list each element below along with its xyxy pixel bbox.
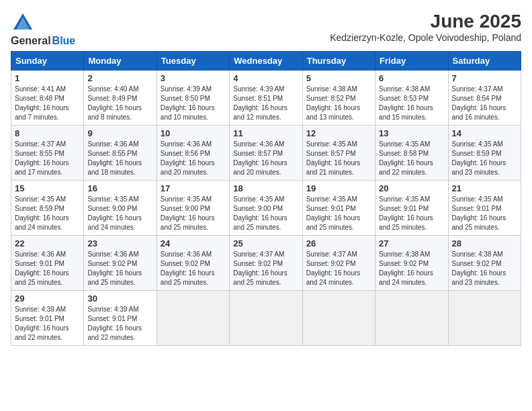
day-number: 28 — [452, 238, 517, 248]
day-info: Sunrise: 4:35 AM Sunset: 9:00 PM Dayligh… — [161, 195, 226, 232]
calendar-week-row: 1Sunrise: 4:41 AM Sunset: 8:48 PM Daylig… — [11, 71, 521, 126]
day-number: 6 — [379, 73, 444, 83]
day-info: Sunrise: 4:37 AM Sunset: 8:54 PM Dayligh… — [452, 85, 517, 122]
calendar-cell: 7Sunrise: 4:37 AM Sunset: 8:54 PM Daylig… — [448, 71, 521, 126]
day-info: Sunrise: 4:35 AM Sunset: 9:00 PM Dayligh… — [87, 195, 152, 232]
day-number: 2 — [87, 73, 152, 83]
calendar-cell: 17Sunrise: 4:35 AM Sunset: 9:00 PM Dayli… — [157, 181, 229, 236]
day-number: 27 — [379, 238, 444, 248]
day-number: 15 — [15, 183, 80, 193]
day-number: 26 — [306, 238, 371, 248]
day-number: 14 — [452, 128, 517, 138]
calendar-cell: 3Sunrise: 4:39 AM Sunset: 8:50 PM Daylig… — [157, 71, 229, 126]
calendar-cell: 8Sunrise: 4:37 AM Sunset: 8:55 PM Daylig… — [11, 126, 84, 181]
day-number: 10 — [161, 128, 226, 138]
day-number: 21 — [452, 183, 517, 193]
day-info: Sunrise: 4:38 AM Sunset: 8:53 PM Dayligh… — [379, 85, 444, 122]
calendar-cell: 5Sunrise: 4:38 AM Sunset: 8:52 PM Daylig… — [302, 71, 375, 126]
day-info: Sunrise: 4:37 AM Sunset: 9:02 PM Dayligh… — [233, 250, 298, 287]
day-number: 16 — [87, 183, 152, 193]
calendar-cell: 22Sunrise: 4:36 AM Sunset: 9:01 PM Dayli… — [11, 236, 84, 291]
day-number: 24 — [161, 238, 226, 248]
day-number: 5 — [306, 73, 371, 83]
day-info: Sunrise: 4:39 AM Sunset: 9:01 PM Dayligh… — [87, 305, 152, 342]
calendar-cell: 26Sunrise: 4:37 AM Sunset: 9:02 PM Dayli… — [302, 236, 375, 291]
day-info: Sunrise: 4:38 AM Sunset: 9:02 PM Dayligh… — [379, 250, 444, 287]
day-number: 23 — [87, 238, 152, 248]
calendar-cell — [375, 291, 448, 346]
calendar-cell: 25Sunrise: 4:37 AM Sunset: 9:02 PM Dayli… — [230, 236, 302, 291]
day-number: 4 — [233, 73, 298, 83]
calendar-header-tuesday: Tuesday — [157, 52, 229, 71]
calendar-cell: 19Sunrise: 4:35 AM Sunset: 9:01 PM Dayli… — [302, 181, 375, 236]
logo: General Blue — [11, 11, 75, 47]
day-info: Sunrise: 4:36 AM Sunset: 9:02 PM Dayligh… — [87, 250, 152, 287]
calendar-cell: 11Sunrise: 4:36 AM Sunset: 8:57 PM Dayli… — [230, 126, 302, 181]
day-number: 3 — [161, 73, 226, 83]
day-info: Sunrise: 4:35 AM Sunset: 9:00 PM Dayligh… — [233, 195, 298, 232]
day-number: 29 — [15, 293, 80, 304]
calendar-cell: 15Sunrise: 4:35 AM Sunset: 8:59 PM Dayli… — [11, 181, 84, 236]
day-number: 20 — [379, 183, 444, 193]
header: General Blue June 2025 Kedzierzyn-Kozle,… — [11, 11, 521, 47]
calendar-cell: 12Sunrise: 4:35 AM Sunset: 8:57 PM Dayli… — [302, 126, 375, 181]
calendar-header-wednesday: Wednesday — [230, 52, 302, 71]
calendar-cell — [302, 291, 375, 346]
day-info: Sunrise: 4:35 AM Sunset: 9:01 PM Dayligh… — [452, 195, 517, 232]
calendar-cell: 1Sunrise: 4:41 AM Sunset: 8:48 PM Daylig… — [11, 71, 84, 126]
title-area: June 2025 Kedzierzyn-Kozle, Opole Voivod… — [330, 11, 521, 43]
day-number: 8 — [15, 128, 80, 138]
calendar-cell: 23Sunrise: 4:36 AM Sunset: 9:02 PM Dayli… — [84, 236, 157, 291]
calendar-cell: 13Sunrise: 4:35 AM Sunset: 8:58 PM Dayli… — [375, 126, 448, 181]
calendar-cell: 24Sunrise: 4:36 AM Sunset: 9:02 PM Dayli… — [157, 236, 229, 291]
calendar-cell: 16Sunrise: 4:35 AM Sunset: 9:00 PM Dayli… — [84, 181, 157, 236]
calendar-cell: 21Sunrise: 4:35 AM Sunset: 9:01 PM Dayli… — [448, 181, 521, 236]
calendar-header-saturday: Saturday — [448, 52, 521, 71]
month-title: June 2025 — [330, 11, 521, 32]
day-info: Sunrise: 4:41 AM Sunset: 8:48 PM Dayligh… — [15, 85, 80, 122]
day-info: Sunrise: 4:39 AM Sunset: 9:01 PM Dayligh… — [15, 305, 80, 342]
calendar-cell: 2Sunrise: 4:40 AM Sunset: 8:49 PM Daylig… — [84, 71, 157, 126]
day-info: Sunrise: 4:36 AM Sunset: 9:01 PM Dayligh… — [15, 250, 80, 287]
logo-icon — [11, 11, 35, 35]
calendar-header-monday: Monday — [84, 52, 157, 71]
calendar-week-row: 15Sunrise: 4:35 AM Sunset: 8:59 PM Dayli… — [11, 181, 521, 236]
calendar-cell: 4Sunrise: 4:39 AM Sunset: 8:51 PM Daylig… — [230, 71, 302, 126]
calendar-cell — [157, 291, 229, 346]
logo-blue: Blue — [52, 35, 76, 47]
day-info: Sunrise: 4:35 AM Sunset: 8:59 PM Dayligh… — [15, 195, 80, 232]
day-number: 30 — [87, 293, 152, 304]
day-info: Sunrise: 4:36 AM Sunset: 8:55 PM Dayligh… — [87, 140, 152, 177]
logo-general: General — [11, 35, 51, 47]
day-number: 1 — [15, 73, 80, 83]
calendar-cell: 9Sunrise: 4:36 AM Sunset: 8:55 PM Daylig… — [84, 126, 157, 181]
day-number: 12 — [306, 128, 371, 138]
subtitle: Kedzierzyn-Kozle, Opole Voivodeship, Pol… — [330, 32, 521, 43]
day-info: Sunrise: 4:40 AM Sunset: 8:49 PM Dayligh… — [87, 85, 152, 122]
day-info: Sunrise: 4:37 AM Sunset: 8:55 PM Dayligh… — [15, 140, 80, 177]
calendar-week-row: 29Sunrise: 4:39 AM Sunset: 9:01 PM Dayli… — [11, 291, 521, 346]
calendar-cell — [448, 291, 521, 346]
calendar-cell: 30Sunrise: 4:39 AM Sunset: 9:01 PM Dayli… — [84, 291, 157, 346]
calendar-cell: 14Sunrise: 4:35 AM Sunset: 8:59 PM Dayli… — [448, 126, 521, 181]
day-number: 13 — [379, 128, 444, 138]
calendar-cell: 27Sunrise: 4:38 AM Sunset: 9:02 PM Dayli… — [375, 236, 448, 291]
day-info: Sunrise: 4:36 AM Sunset: 9:02 PM Dayligh… — [161, 250, 226, 287]
calendar-cell: 28Sunrise: 4:38 AM Sunset: 9:02 PM Dayli… — [448, 236, 521, 291]
day-info: Sunrise: 4:35 AM Sunset: 8:58 PM Dayligh… — [379, 140, 444, 177]
day-info: Sunrise: 4:35 AM Sunset: 8:57 PM Dayligh… — [306, 140, 371, 177]
day-info: Sunrise: 4:36 AM Sunset: 8:57 PM Dayligh… — [233, 140, 298, 177]
day-number: 9 — [87, 128, 152, 138]
day-info: Sunrise: 4:39 AM Sunset: 8:50 PM Dayligh… — [161, 85, 226, 122]
day-number: 18 — [233, 183, 298, 193]
calendar-week-row: 8Sunrise: 4:37 AM Sunset: 8:55 PM Daylig… — [11, 126, 521, 181]
day-info: Sunrise: 4:35 AM Sunset: 9:01 PM Dayligh… — [379, 195, 444, 232]
calendar-cell: 29Sunrise: 4:39 AM Sunset: 9:01 PM Dayli… — [11, 291, 84, 346]
day-number: 19 — [306, 183, 371, 193]
day-number: 11 — [233, 128, 298, 138]
day-number: 17 — [161, 183, 226, 193]
day-number: 22 — [15, 238, 80, 248]
calendar-cell: 10Sunrise: 4:36 AM Sunset: 8:56 PM Dayli… — [157, 126, 229, 181]
day-number: 7 — [452, 73, 517, 83]
calendar-cell: 18Sunrise: 4:35 AM Sunset: 9:00 PM Dayli… — [230, 181, 302, 236]
